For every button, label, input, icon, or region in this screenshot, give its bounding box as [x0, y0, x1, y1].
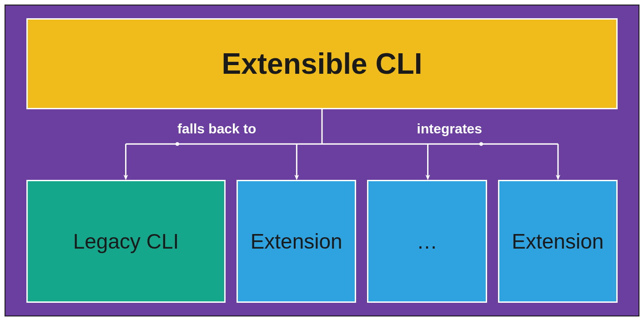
edge-label-falls-back-to: falls back to — [177, 121, 256, 137]
node-legacy-cli-label: Legacy CLI — [73, 229, 179, 254]
top-node-title: Extensible CLI — [222, 47, 423, 81]
node-extension-3-label: Extension — [512, 229, 604, 254]
node-extension-1: Extension — [236, 180, 356, 303]
top-node-extensible-cli: Extensible CLI — [26, 18, 618, 109]
edge-label-integrates: integrates — [417, 121, 482, 137]
svg-point-1 — [479, 142, 483, 146]
node-extension-3: Extension — [498, 180, 618, 303]
bottom-row: Legacy CLI Extension … Extension — [26, 180, 618, 303]
node-extension-ellipsis-label: … — [417, 229, 438, 254]
node-extension-ellipsis: … — [367, 180, 487, 303]
node-extension-1-label: Extension — [251, 229, 342, 254]
diagram-container: Extensible CLI falls back to integrates … — [5, 5, 639, 316]
node-legacy-cli: Legacy CLI — [26, 180, 226, 303]
svg-point-0 — [176, 142, 179, 146]
